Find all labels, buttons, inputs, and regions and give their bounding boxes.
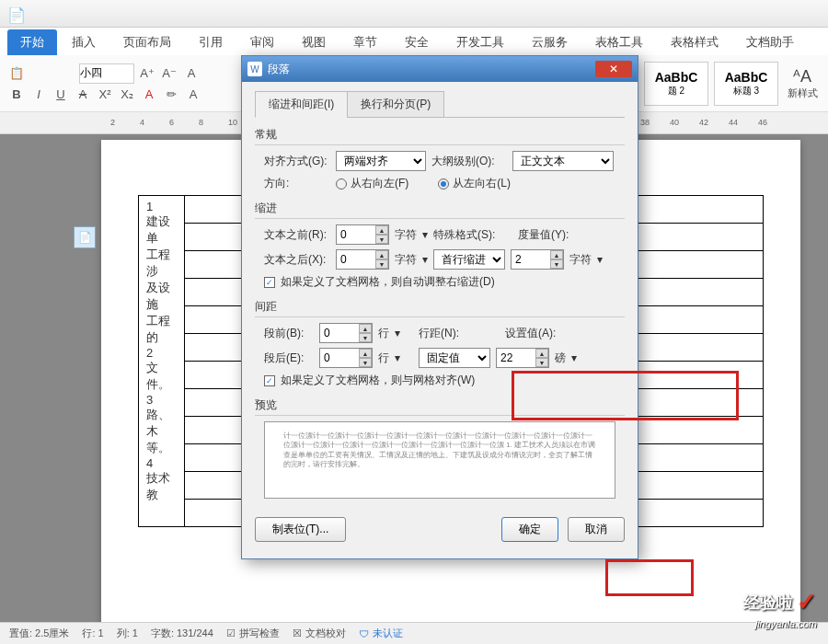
tab-docassist[interactable]: 文档助手: [733, 29, 807, 55]
subscript-icon[interactable]: X₂: [118, 86, 136, 104]
tab-line-page-break[interactable]: 换行和分页(P): [347, 91, 444, 118]
outline-label: 大纲级别(O):: [431, 154, 507, 169]
char-border-icon[interactable]: A: [184, 86, 202, 104]
status-wordcount[interactable]: 字数: 131/244: [151, 627, 213, 640]
style-heading2[interactable]: AaBbC 题 2: [644, 62, 708, 106]
section-spacing: 间距: [255, 299, 625, 317]
auto-adjust-indent-checkbox[interactable]: [264, 277, 275, 288]
tab-tabletools[interactable]: 表格工具: [582, 29, 656, 55]
auto-adjust-indent-label: 如果定义了文档网格，则自动调整右缩进(D): [281, 274, 495, 290]
ruler-tick: 44: [729, 118, 738, 127]
align-label: 对齐方式(G):: [264, 154, 330, 169]
align-select[interactable]: 两端对齐: [336, 151, 426, 171]
spin-down-icon[interactable]: ▼: [550, 259, 563, 269]
spin-up-icon[interactable]: ▲: [359, 324, 372, 333]
dialog-tabs: 缩进和间距(I) 换行和分页(P): [255, 91, 625, 118]
measure-label: 度量值(Y):: [518, 227, 579, 243]
ruler-tick: 6: [169, 118, 174, 127]
section-indent: 缩进: [255, 201, 625, 219]
paragraph-dialog: W 段落 ✕ 缩进和间距(I) 换行和分页(P) 常规 对齐方式(G): 两端对…: [241, 55, 638, 559]
snap-to-grid-label: 如果定义了文档网格，则与网格对齐(W): [281, 373, 475, 388]
new-style-button[interactable]: ᴬA 新样式: [784, 66, 821, 100]
status-auth[interactable]: 🛡 未认证: [359, 627, 403, 640]
dialog-icon: W: [247, 62, 262, 76]
check-icon: ✓: [797, 588, 817, 616]
tab-review[interactable]: 审阅: [237, 29, 287, 55]
ruler-tick: 2: [110, 118, 115, 127]
strike-icon[interactable]: A: [74, 86, 92, 104]
newstyle-icon: ᴬA: [793, 66, 811, 86]
tab-tablestyle[interactable]: 表格样式: [658, 29, 731, 55]
linespace-label: 行距(N):: [419, 326, 468, 341]
after-para-label: 段后(E):: [264, 351, 314, 366]
ok-button[interactable]: 确定: [501, 517, 558, 542]
section-general: 常规: [255, 127, 625, 145]
page-nav-icon[interactable]: 📄: [74, 226, 96, 248]
before-para-label: 段前(B):: [264, 326, 314, 341]
direction-rtl-radio[interactable]: 从右向左(F): [336, 176, 408, 191]
spin-down-icon[interactable]: ▼: [359, 333, 372, 342]
ruler-tick: 38: [640, 118, 650, 127]
tab-insert[interactable]: 插入: [59, 29, 109, 55]
section-preview: 预览: [255, 397, 625, 416]
direction-ltr-radio[interactable]: 从左向右(L): [438, 176, 511, 191]
style-heading3[interactable]: AaBbC 标题 3: [714, 62, 778, 106]
preview-box: 计一位漂计一位漂计一位漂计一位漂计一位漂计一位漂计一位漂计一位漂计一位漂计一位漂…: [264, 421, 615, 499]
ruler-tick: 40: [670, 118, 679, 127]
special-format-select[interactable]: 首行缩进: [433, 249, 505, 270]
italic-icon[interactable]: I: [29, 86, 48, 104]
spin-down-icon[interactable]: ▼: [359, 358, 372, 367]
spin-down-icon[interactable]: ▼: [535, 358, 548, 367]
status-doccheck[interactable]: ☒ 文档校对: [293, 627, 346, 640]
spin-up-icon[interactable]: ▲: [550, 250, 563, 259]
tabstop-button[interactable]: 制表位(T)...: [255, 517, 346, 542]
status-bar: 置值: 2.5厘米 行: 1 列: 1 字数: 131/244 ☑ 拼写检查 ☒…: [0, 622, 828, 644]
before-text-label: 文本之前(R):: [264, 227, 330, 243]
dialog-titlebar[interactable]: W 段落 ✕: [242, 56, 638, 82]
linespace-select[interactable]: 固定值: [419, 348, 490, 368]
tab-start[interactable]: 开始: [7, 29, 57, 55]
tab-reference[interactable]: 引用: [186, 29, 236, 55]
spin-up-icon[interactable]: ▲: [359, 349, 372, 358]
ruler-tick: 10: [228, 118, 237, 127]
cancel-button[interactable]: 取消: [568, 517, 625, 542]
underline-icon[interactable]: U: [52, 86, 70, 104]
spin-down-icon[interactable]: ▼: [375, 259, 388, 269]
status-spellcheck[interactable]: ☑ 拼写检查: [226, 627, 280, 640]
tab-view[interactable]: 视图: [289, 29, 339, 55]
after-text-label: 文本之后(X):: [264, 252, 330, 268]
decrease-font-icon[interactable]: A⁻: [160, 64, 178, 83]
ruler-tick: 46: [758, 118, 767, 127]
tab-pagelayout[interactable]: 页面布局: [110, 29, 184, 55]
font-color-icon[interactable]: A: [140, 86, 158, 104]
status-col: 列: 1: [117, 627, 138, 640]
tab-devtools[interactable]: 开发工具: [443, 29, 517, 55]
clear-format-icon[interactable]: A: [182, 64, 201, 83]
tab-indent-spacing[interactable]: 缩进和间距(I): [255, 91, 348, 118]
snap-to-grid-checkbox[interactable]: [264, 375, 275, 386]
spin-up-icon[interactable]: ▲: [375, 225, 388, 235]
font-size-select[interactable]: [79, 63, 134, 84]
bold-icon[interactable]: B: [7, 86, 26, 104]
status-row: 行: 1: [82, 627, 103, 640]
ruler-tick: 4: [140, 118, 144, 127]
superscript-icon[interactable]: X²: [96, 86, 114, 104]
outline-select[interactable]: 正文文本: [512, 151, 614, 171]
ruler-tick: 8: [199, 118, 203, 127]
increase-font-icon[interactable]: A⁺: [138, 64, 156, 83]
char-unit: 字符: [395, 227, 417, 243]
spin-up-icon[interactable]: ▲: [535, 349, 548, 358]
tab-chapter[interactable]: 章节: [340, 29, 390, 55]
tab-cloud[interactable]: 云服务: [519, 29, 581, 55]
highlight-icon[interactable]: ✏: [162, 86, 180, 104]
special-label: 特殊格式(S):: [433, 227, 498, 243]
tab-security[interactable]: 安全: [392, 29, 442, 55]
direction-label: 方向:: [264, 176, 330, 191]
app-icon: 📄: [7, 6, 22, 21]
paste-icon[interactable]: 📋: [7, 64, 26, 83]
spin-down-icon[interactable]: ▼: [375, 235, 388, 244]
close-button[interactable]: ✕: [595, 61, 632, 77]
dialog-title: 段落: [268, 62, 290, 77]
watermark: 经验啦✓: [743, 588, 817, 616]
spin-up-icon[interactable]: ▲: [375, 250, 388, 259]
